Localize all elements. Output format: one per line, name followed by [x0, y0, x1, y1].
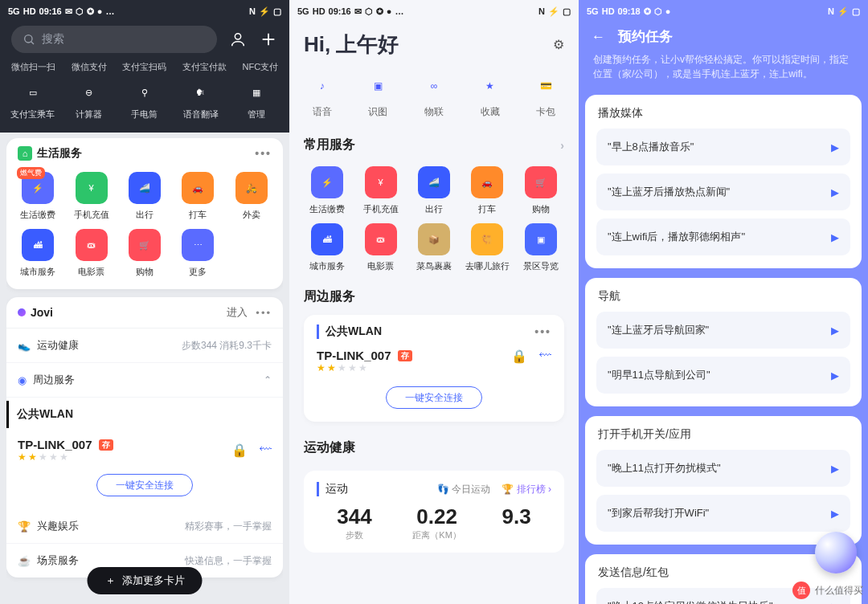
- top-fn[interactable]: ▣识图: [354, 73, 402, 119]
- common-item[interactable]: 🎟电影票: [354, 223, 407, 272]
- task-option[interactable]: "连上蓝牙后导航回家"▶: [596, 312, 850, 349]
- task-option[interactable]: "早上8点播放音乐"▶: [596, 129, 850, 165]
- quick-label[interactable]: 微信支付: [72, 61, 107, 73]
- task-option[interactable]: "明早11点导航到公司"▶: [596, 357, 850, 394]
- greeting: Hi, 上午好: [304, 31, 399, 59]
- common-icon: 🏙: [311, 223, 343, 255]
- common-grid: ⚡生活缴费¥手机充值🚄出行🚗打车🛒购物🏙城市服务🎟电影票📦菜鸟裹裹🐫去哪儿旅行▣…: [289, 160, 579, 282]
- common-item[interactable]: 🛒购物: [514, 166, 567, 215]
- home-icon: ⌂: [18, 146, 32, 161]
- profile-icon[interactable]: [228, 30, 248, 49]
- play-icon: ▶: [831, 141, 839, 153]
- life-item[interactable]: 🎟电影票: [64, 229, 117, 278]
- life-icon: 🎟: [76, 229, 108, 261]
- more-icon[interactable]: •••: [534, 325, 551, 338]
- common-item[interactable]: ¥手机充值: [354, 166, 407, 215]
- status-bar: 5GHD09:16✉⬡✪●… N⚡▢: [0, 0, 289, 22]
- sport-icon: 👟: [18, 340, 31, 352]
- life-item[interactable]: ⋯更多: [171, 229, 224, 278]
- quick-icon: ⚲: [133, 81, 156, 104]
- rating-stars: ★★★★★: [317, 362, 412, 373]
- wlan-tag: 存: [99, 439, 113, 451]
- connect-button[interactable]: 一键安全连接: [386, 386, 482, 409]
- walk-icon: 👣: [437, 484, 449, 495]
- common-icon: ¥: [365, 166, 397, 198]
- top-fn[interactable]: ★收藏: [466, 73, 514, 119]
- lock-icon: 🔒: [511, 349, 527, 373]
- quick-item[interactable]: ⊖计算器: [64, 81, 113, 120]
- sport-row[interactable]: 👟运动健康 步数344 消耗9.3千卡: [6, 329, 283, 363]
- quick-label[interactable]: 支付宝付款: [182, 61, 227, 73]
- life-icon: ⋯: [182, 229, 214, 261]
- top-fn[interactable]: 💳卡包: [522, 73, 570, 119]
- life-card: ⌂生活服务 ••• ⚡燃气费生活缴费¥手机充值🚄出行🚗打车🛵外卖🏙城市服务🎟电影…: [6, 138, 283, 289]
- quick-item[interactable]: 🗣语音翻译: [177, 81, 225, 120]
- common-item[interactable]: 🚄出行: [407, 166, 461, 215]
- quick-item[interactable]: ▦管理: [232, 81, 280, 120]
- chevron-right-icon[interactable]: ›: [560, 139, 564, 152]
- task-option[interactable]: "连上蓝牙后播放热点新闻"▶: [596, 173, 850, 210]
- jovi-fab[interactable]: [815, 532, 857, 573]
- play-icon: ▶: [831, 601, 839, 605]
- around-row[interactable]: ◉周边服务 ⌃: [6, 363, 283, 398]
- fn-icon: ♪: [309, 73, 335, 99]
- life-item[interactable]: 🏙城市服务: [11, 229, 64, 278]
- fn-icon: ▣: [365, 73, 391, 99]
- sport-title: 运动健康: [304, 439, 355, 456]
- wifi-icon: ⬳: [259, 443, 272, 458]
- quick-item[interactable]: ⚲手电筒: [121, 81, 169, 120]
- common-item[interactable]: 📦菜鸟裹裹: [407, 223, 461, 272]
- add-icon[interactable]: [259, 30, 278, 49]
- trophy-icon: 🏆: [502, 484, 514, 495]
- life-item[interactable]: ¥手机充值: [64, 172, 117, 221]
- life-item[interactable]: 🛵外卖: [225, 172, 278, 221]
- jovi-enter[interactable]: 进入: [227, 305, 248, 320]
- common-icon: 🚄: [418, 166, 450, 198]
- common-icon: 📦: [418, 223, 450, 255]
- play-icon: ▶: [831, 463, 839, 475]
- common-item[interactable]: 🐫去哪儿旅行: [461, 223, 514, 272]
- section-title: 发送信息/红包: [598, 565, 849, 580]
- life-item[interactable]: 🚗打车: [171, 172, 224, 221]
- common-item[interactable]: ⚡生活缴费: [301, 166, 354, 215]
- back-icon[interactable]: ←: [592, 29, 605, 45]
- jovi-title: Jovi: [31, 306, 53, 319]
- top-fn[interactable]: ∞物联: [410, 73, 458, 119]
- wifi-icon: ⬳: [538, 349, 551, 373]
- quick-icon: 🗣: [190, 81, 212, 104]
- life-item[interactable]: 🛒购物: [118, 229, 171, 278]
- task-section: 播放媒体"早上8点播放音乐"▶"连上蓝牙后播放热点新闻"▶"连上wifi后，播放…: [585, 95, 862, 268]
- play-icon: ▶: [831, 369, 839, 382]
- common-item[interactable]: ▣景区导览: [514, 223, 567, 272]
- life-icon: 🚄: [129, 172, 161, 204]
- common-title: 常用服务: [304, 137, 355, 153]
- top-fn[interactable]: ♪语音: [298, 73, 346, 119]
- quick-label[interactable]: 支付宝扫码: [122, 61, 166, 73]
- more-icon[interactable]: •••: [255, 147, 272, 160]
- life-item[interactable]: 🚄出行: [118, 172, 171, 221]
- life-item[interactable]: ⚡燃气费生活缴费: [11, 172, 64, 221]
- quick-item[interactable]: ▭支付宝乘车: [9, 81, 57, 120]
- page-desc: 创建预约任务，让小v帮你轻松搞定。你可以指定时间，指定位置（家/公司），或是当手…: [579, 49, 868, 91]
- play-icon: ▶: [831, 324, 839, 337]
- task-option[interactable]: "到家后帮我打开WiFi"▶: [596, 495, 850, 532]
- settings-icon[interactable]: ⚙: [553, 37, 564, 52]
- steps-value: 344: [337, 504, 371, 529]
- common-icon: 🚗: [471, 166, 503, 198]
- task-sections: 播放媒体"早上8点播放音乐"▶"连上蓝牙后播放热点新闻"▶"连上wifi后，播放…: [585, 95, 862, 604]
- connect-button[interactable]: 一键安全连接: [96, 474, 193, 496]
- more-icon[interactable]: •••: [256, 307, 272, 319]
- common-item[interactable]: 🚗打车: [461, 166, 514, 215]
- life-icon: ¥: [76, 172, 108, 204]
- fun-row[interactable]: 🏆兴趣娱乐 精彩赛事，一手掌握: [6, 509, 283, 544]
- play-icon: ▶: [831, 231, 839, 243]
- search-input[interactable]: 搜索: [11, 26, 217, 53]
- add-cards-button[interactable]: ＋ 添加更多卡片: [88, 567, 203, 594]
- quick-label[interactable]: 微信扫一扫: [11, 61, 55, 73]
- task-option[interactable]: "连上wifi后，播放郭德纲相声"▶: [596, 218, 850, 255]
- task-option[interactable]: "晚上11点打开勿扰模式"▶: [596, 450, 850, 487]
- quick-items: ▭支付宝乘车⊖计算器⚲手电筒🗣语音翻译▦管理: [0, 76, 289, 130]
- common-item[interactable]: 🏙城市服务: [301, 223, 354, 272]
- quick-label[interactable]: NFC支付: [243, 61, 279, 73]
- wlan-ssid: TP-LINK_007: [18, 438, 92, 451]
